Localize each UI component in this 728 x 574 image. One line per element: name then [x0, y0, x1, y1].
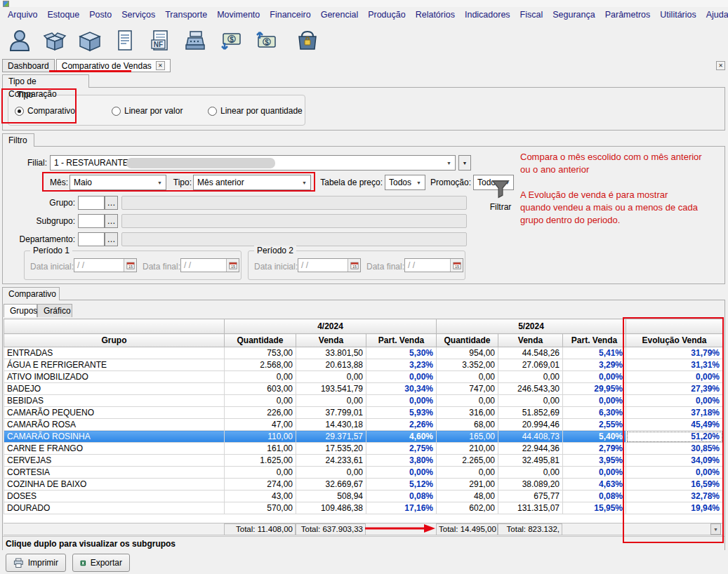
menu-item-indicadores[interactable]: Indicadores [460, 7, 515, 22]
radio-linear-por-quantidade[interactable]: Linear por quantidade [208, 106, 303, 116]
mes-label: Mês: [29, 175, 68, 190]
table-row-ativo-imobilizado[interactable]: ATIVO IMOBILIZADO0,000,000,00%0,000,000,… [4, 371, 723, 383]
menu-item-fiscal[interactable]: Fiscal [515, 7, 548, 22]
table-row-carne-e-frango[interactable]: CARNE E FRANGO161,0017.535,202,75%210,00… [4, 443, 723, 455]
table-row-cozinha-de-baixo[interactable]: COZINHA DE BAIXO274,0032.669,675,12%291,… [4, 479, 723, 490]
table-row-camarao-rosa[interactable]: CAMARÃO ROSA47,0014.430,182,26%68,0020.9… [4, 419, 723, 431]
exportar-button[interactable]: Exportar [72, 554, 130, 572]
column-header-grupo[interactable]: Grupo [4, 334, 225, 347]
table-row-bebidas[interactable]: BEBIDAS0,000,000,00%0,000,000,00%0,00% [4, 395, 723, 407]
panel-tab-comparativo[interactable]: Comparativo [2, 287, 60, 300]
table-row-agua-e-refrigerante[interactable]: ÁGUA E REFRIGERANTE2.568,0020.613,883,23… [4, 359, 723, 371]
menu-item-parametros[interactable]: Parâmetros [600, 7, 656, 22]
panel-tipo-de-comparacao: Tipo ComparativoLinear por valorLinear p… [2, 87, 725, 131]
cell-evo: 0,00% [626, 395, 722, 407]
tab-comparativo-de-vendas[interactable]: Comparativo de Vendas [56, 59, 171, 72]
grupo-browse-button[interactable]: … [105, 196, 118, 210]
column-header-quantidade[interactable]: Quantidade [225, 334, 296, 347]
sales-package-icon[interactable] [39, 25, 70, 57]
cell-q2: 954,00 [437, 347, 498, 359]
column-header-part-venda[interactable]: Part. Venda [366, 334, 437, 347]
stock-box-icon[interactable] [74, 25, 105, 57]
periodo1-data-inicial-input[interactable]: / / 15 [74, 258, 137, 272]
grupo-code-input[interactable] [78, 196, 105, 210]
invoice-icon[interactable] [110, 25, 140, 57]
table-scrollbar-down-button[interactable] [710, 523, 721, 535]
panel-tab-filtro[interactable]: Filtro [2, 133, 34, 147]
date-value: / / [298, 259, 348, 272]
column-header-part-venda[interactable]: Part. Venda [563, 334, 626, 347]
radio-label: Linear por quantidade [220, 106, 303, 116]
svg-text:15: 15 [128, 265, 132, 269]
table-row-dourado[interactable]: DOURADO570,00109.486,3817,16%602,00131.3… [4, 502, 723, 514]
column-header-venda[interactable]: Venda [498, 334, 563, 347]
column-header-venda[interactable]: Venda [296, 334, 366, 347]
menu-item-producao[interactable]: Produção [363, 7, 411, 22]
subgrupo-code-input[interactable] [78, 214, 105, 228]
column-header-quantidade[interactable]: Quantidade [437, 334, 498, 347]
mes-combobox[interactable]: Maio [70, 175, 166, 190]
calendar-icon[interactable]: 15 [348, 259, 360, 272]
calendar-icon[interactable]: 15 [124, 259, 136, 272]
close-tab-area-icon[interactable] [716, 61, 725, 70]
departamento-code-input[interactable] [78, 232, 105, 246]
menu-item-arquivo[interactable]: Arquivo [3, 7, 42, 22]
calendar-icon[interactable]: 15 [226, 259, 239, 272]
table-row-camarao-rosinha[interactable]: CAMARÃO ROSINHA110,0029.371,574,60%165,0… [4, 431, 723, 443]
imprimir-button[interactable]: Imprimir [6, 554, 66, 572]
departamento-browse-button[interactable]: … [105, 232, 118, 246]
tipo-combobox[interactable]: Mês anterior [193, 175, 311, 190]
tab-grupos[interactable]: Grupos [4, 304, 37, 317]
table-row-doses[interactable]: DOSES43,00508,940,08%48,00675,770,08%32,… [4, 490, 723, 502]
calendar-icon[interactable]: 15 [450, 259, 463, 272]
filtrar-button[interactable]: Filtrar [482, 178, 519, 222]
groups-table-body: ENTRADAS753,0033.801,505,30%954,0044.548… [4, 347, 723, 514]
panel-tab-tipo-de-comparacao[interactable]: Tipo de Comparação [2, 74, 89, 88]
menu-item-gerencial[interactable]: Gerencial [316, 7, 364, 22]
menu-item-seguranca[interactable]: Segurança [548, 7, 600, 22]
customer-icon[interactable] [4, 25, 35, 57]
periodo2-data-inicial-input[interactable]: / / 15 [298, 258, 361, 272]
menu-item-movimento[interactable]: Movimento [212, 7, 265, 22]
menu-item-servicos[interactable]: Serviços [117, 7, 160, 22]
panel-filtro: Filial: 1 - RESTAURANTE Mês: Maio Tipo: … [2, 146, 725, 284]
subgrupo-browse-button[interactable]: … [105, 214, 118, 228]
menu-item-utilitarios[interactable]: Utilitários [655, 7, 701, 22]
menu-item-relatorios[interactable]: Relatórios [411, 7, 460, 22]
menu-item-ajuda[interactable]: Ajuda [701, 7, 728, 22]
radio-comparativo[interactable]: Comparativo [15, 106, 75, 116]
radio-linear-por-valor[interactable]: Linear por valor [112, 106, 183, 116]
menu-item-posto[interactable]: Posto [84, 7, 117, 22]
money-in-icon[interactable]: $ [215, 25, 246, 57]
table-row-cortesia[interactable]: CORTESIA0,000,000,00%0,000,000,00%0,00% [4, 467, 723, 479]
tab-dashboard[interactable]: Dashboard [2, 59, 55, 72]
menu-item-transporte[interactable]: Transporte [160, 7, 212, 22]
money-out-icon[interactable]: $ [250, 25, 281, 57]
column-header-evolucao-venda[interactable]: Evolução Venda [626, 334, 722, 347]
periodo1-data-final-input[interactable]: / / 15 [180, 258, 239, 272]
menu-item-estoque[interactable]: Estoque [42, 7, 84, 22]
subgrupo-label: Subgrupo: [8, 214, 75, 228]
cell-p2: 0,08% [563, 490, 626, 502]
total-quantidade-periodo1: Total: 11.408,00 [224, 523, 296, 535]
column-header-row: GrupoQuantidadeVendaPart. VendaQuantidad… [4, 334, 723, 347]
tab-grafico[interactable]: Gráfico [37, 304, 72, 317]
cell-q2: 68,00 [437, 419, 498, 431]
menu-item-financeiro[interactable]: Financeiro [265, 7, 315, 22]
table-row-cervejas[interactable]: CERVEJAS1.625,0024.233,613,80%2.265,0032… [4, 455, 723, 467]
filial-combobox[interactable]: 1 - RESTAURANTE [50, 155, 456, 171]
totals-bar: Total: 11.408,00 Total: 637.903,33 Total… [4, 523, 722, 535]
cell-evo: 45,49% [626, 419, 722, 431]
table-row-badejo[interactable]: BADEJO603,00193.541,7930,34%747,00246.54… [4, 383, 723, 395]
security-bag-icon[interactable] [292, 25, 323, 57]
nf-document-icon[interactable]: NF [145, 25, 176, 57]
cash-register-icon[interactable] [180, 25, 211, 57]
table-row-entradas[interactable]: ENTRADAS753,0033.801,505,30%954,0044.548… [4, 347, 723, 359]
cell-grupo: ATIVO IMOBILIZADO [4, 371, 225, 383]
cell-p2: 2,79% [563, 443, 626, 455]
periodo2-data-final-input[interactable]: / / 15 [404, 258, 463, 272]
close-tab-icon[interactable] [156, 61, 165, 70]
table-row-camarao-pequeno[interactable]: CAMARÃO PEQUENO226,0037.799,015,93%316,0… [4, 407, 723, 419]
tabela-preco-combobox[interactable]: Todos [385, 175, 425, 190]
filial-extra-dropdown-button[interactable] [458, 155, 471, 171]
